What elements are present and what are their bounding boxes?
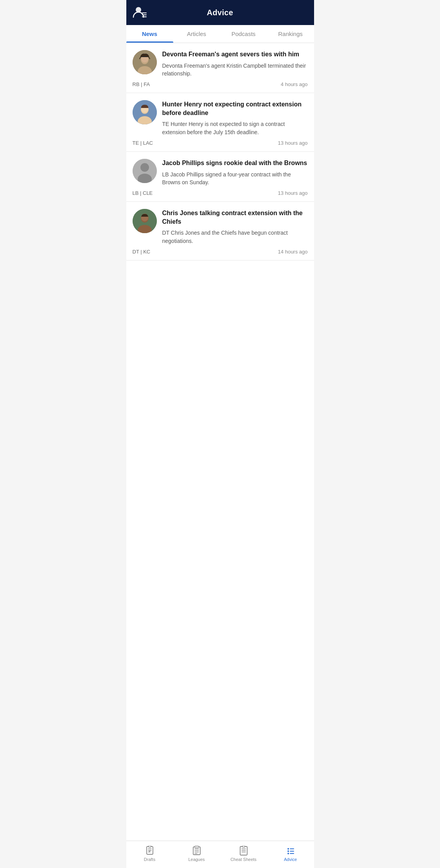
nav-item-cheat-sheets[interactable]: Cheat Sheets	[220, 844, 267, 863]
news-item[interactable]: Jacob Phillips signs rookie deal with th…	[126, 152, 314, 202]
nav-label-leagues: Leagues	[188, 857, 205, 862]
svg-rect-24	[240, 846, 247, 855]
news-tag: LB | CLE	[133, 190, 153, 196]
news-meta: DT | KC 14 hours ago	[133, 249, 308, 255]
news-item[interactable]: Chris Jones talking contract extension w…	[126, 202, 314, 261]
news-content: Jacob Phillips signs rookie deal with th…	[162, 159, 308, 190]
nav-label-advice: Advice	[284, 857, 297, 862]
user-icon[interactable]	[133, 5, 147, 20]
svg-point-28	[287, 850, 289, 852]
svg-rect-3	[142, 16, 147, 17]
news-time: 13 hours ago	[278, 140, 308, 146]
svg-rect-20	[149, 846, 151, 847]
news-time: 4 hours ago	[281, 81, 308, 87]
news-title: Devonta Freeman's agent severs ties with…	[162, 50, 308, 59]
bottom-nav: F Drafts Leagues Cheat Sheets	[126, 841, 314, 868]
svg-rect-2	[142, 14, 147, 15]
svg-rect-25	[242, 846, 245, 847]
svg-point-13	[140, 163, 149, 172]
news-tag: TE | LAC	[133, 140, 153, 146]
advice-icon	[286, 846, 296, 856]
tabs-bar: News Articles Podcasts Rankings	[126, 25, 314, 43]
news-title: Chris Jones talking contract extension w…	[162, 209, 308, 226]
svg-rect-29	[290, 851, 294, 852]
news-time: 13 hours ago	[278, 190, 308, 196]
tab-news[interactable]: News	[126, 25, 173, 43]
cheat-sheets-icon	[239, 846, 249, 856]
news-content: Devonta Freeman's agent severs ties with…	[162, 50, 308, 81]
news-item[interactable]: Devonta Freeman's agent severs ties with…	[126, 43, 314, 93]
news-title: Jacob Phillips signs rookie deal with th…	[162, 159, 308, 167]
player-avatar	[133, 100, 157, 124]
news-time: 14 hours ago	[278, 249, 308, 255]
news-item[interactable]: Hunter Henry not expecting contract exte…	[126, 93, 314, 152]
nav-label-drafts: Drafts	[144, 857, 155, 862]
player-avatar	[133, 159, 157, 183]
news-tag: DT | KC	[133, 249, 151, 255]
nav-item-advice[interactable]: Advice	[267, 844, 314, 863]
svg-rect-27	[290, 848, 294, 849]
player-avatar	[133, 209, 157, 233]
news-content: Chris Jones talking contract extension w…	[162, 209, 308, 249]
news-title: Hunter Henry not expecting contract exte…	[162, 100, 308, 117]
news-summary: LB Jacob Phillips signed a four-year con…	[162, 171, 308, 187]
nav-label-cheat-sheets: Cheat Sheets	[230, 857, 257, 862]
news-tag: RB | FA	[133, 81, 150, 87]
drafts-icon: F	[145, 846, 155, 856]
svg-text:F: F	[149, 850, 151, 853]
svg-rect-23	[195, 846, 199, 848]
svg-point-26	[287, 848, 289, 850]
tab-rankings[interactable]: Rankings	[267, 25, 314, 43]
svg-point-30	[287, 853, 289, 854]
news-summary: TE Hunter Henry is not expected to sign …	[162, 120, 308, 136]
header: Advice	[126, 0, 314, 25]
news-list: Devonta Freeman's agent severs ties with…	[126, 43, 314, 841]
news-meta: LB | CLE 13 hours ago	[133, 190, 308, 196]
tab-articles[interactable]: Articles	[173, 25, 220, 43]
news-meta: TE | LAC 13 hours ago	[133, 140, 308, 146]
news-summary: DT Chris Jones and the Chiefs have begun…	[162, 229, 308, 245]
news-summary: Devonta Freeman's agent Kristin Campbell…	[162, 62, 308, 78]
tab-podcasts[interactable]: Podcasts	[220, 25, 267, 43]
news-content: Hunter Henry not expecting contract exte…	[162, 100, 308, 140]
news-meta: RB | FA 4 hours ago	[133, 81, 308, 87]
nav-item-leagues[interactable]: Leagues	[173, 844, 220, 863]
nav-item-drafts[interactable]: F Drafts	[126, 844, 173, 863]
leagues-icon	[192, 846, 202, 856]
svg-rect-1	[142, 13, 147, 13]
svg-rect-31	[290, 853, 294, 854]
header-title: Advice	[207, 8, 233, 17]
player-avatar	[133, 50, 157, 74]
